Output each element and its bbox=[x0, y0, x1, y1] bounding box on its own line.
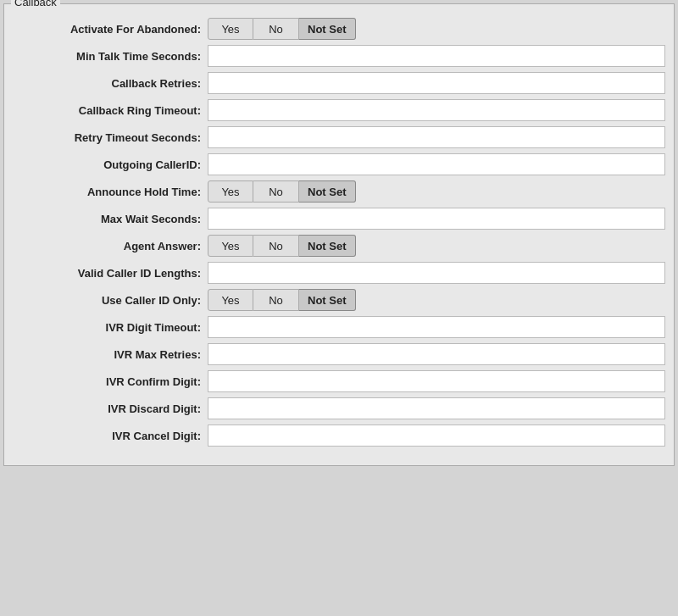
input-ivr-discard-digit[interactable] bbox=[208, 397, 665, 419]
row-activate-for-abandoned: Activate For Abandoned:YesNoNot Set bbox=[13, 18, 665, 40]
toggle-btn-announce-hold-time-yes[interactable]: Yes bbox=[208, 180, 253, 203]
input-outgoing-callerid[interactable] bbox=[208, 153, 665, 175]
input-callback-retries[interactable] bbox=[208, 72, 665, 94]
row-announce-hold-time: Announce Hold Time:YesNoNot Set bbox=[13, 180, 665, 203]
label-ivr-max-retries: IVR Max Retries: bbox=[13, 348, 208, 361]
input-valid-caller-id-lengths[interactable] bbox=[208, 262, 665, 284]
label-ivr-digit-timeout: IVR Digit Timeout: bbox=[13, 321, 208, 334]
label-activate-for-abandoned: Activate For Abandoned: bbox=[13, 23, 208, 36]
toggle-btn-announce-hold-time-not-set[interactable]: Not Set bbox=[299, 180, 356, 203]
row-min-talk-time-seconds: Min Talk Time Seconds: bbox=[13, 45, 665, 67]
label-ivr-cancel-digit: IVR Cancel Digit: bbox=[13, 430, 208, 442]
input-min-talk-time-seconds[interactable] bbox=[208, 45, 665, 67]
input-ivr-cancel-digit[interactable] bbox=[208, 425, 665, 447]
callback-panel: Callback Activate For Abandoned:YesNoNot… bbox=[3, 3, 675, 466]
row-ivr-confirm-digit: IVR Confirm Digit: bbox=[13, 370, 665, 392]
row-use-caller-id-only: Use Caller ID Only:YesNoNot Set bbox=[13, 289, 665, 311]
toggle-btn-activate-for-abandoned-no[interactable]: No bbox=[253, 18, 299, 40]
label-min-talk-time-seconds: Min Talk Time Seconds: bbox=[13, 50, 208, 63]
row-retry-timeout-seconds: Retry Timeout Seconds: bbox=[13, 126, 665, 148]
row-agent-answer: Agent Answer:YesNoNot Set bbox=[13, 235, 665, 257]
toggle-btn-agent-answer-not-set[interactable]: Not Set bbox=[299, 235, 356, 257]
label-outgoing-callerid: Outgoing CallerID: bbox=[13, 158, 208, 171]
row-valid-caller-id-lengths: Valid Caller ID Lengths: bbox=[13, 262, 665, 284]
label-agent-answer: Agent Answer: bbox=[13, 240, 208, 253]
input-ivr-digit-timeout[interactable] bbox=[208, 316, 665, 338]
toggle-agent-answer: YesNoNot Set bbox=[208, 235, 356, 257]
label-callback-ring-timeout: Callback Ring Timeout: bbox=[13, 104, 208, 117]
toggle-btn-activate-for-abandoned-yes[interactable]: Yes bbox=[208, 18, 253, 40]
label-callback-retries: Callback Retries: bbox=[13, 77, 208, 90]
label-use-caller-id-only: Use Caller ID Only: bbox=[13, 294, 208, 307]
label-retry-timeout-seconds: Retry Timeout Seconds: bbox=[13, 131, 208, 144]
toggle-btn-activate-for-abandoned-not-set[interactable]: Not Set bbox=[299, 18, 356, 40]
row-callback-retries: Callback Retries: bbox=[13, 72, 665, 94]
toggle-btn-use-caller-id-only-not-set[interactable]: Not Set bbox=[299, 289, 356, 311]
row-ivr-digit-timeout: IVR Digit Timeout: bbox=[13, 316, 665, 338]
label-ivr-confirm-digit: IVR Confirm Digit: bbox=[13, 375, 208, 388]
label-max-wait-seconds: Max Wait Seconds: bbox=[13, 213, 208, 225]
row-outgoing-callerid: Outgoing CallerID: bbox=[13, 153, 665, 175]
toggle-announce-hold-time: YesNoNot Set bbox=[208, 180, 356, 203]
input-ivr-confirm-digit[interactable] bbox=[208, 370, 665, 392]
label-ivr-discard-digit: IVR Discard Digit: bbox=[13, 402, 208, 415]
toggle-btn-use-caller-id-only-yes[interactable]: Yes bbox=[208, 289, 253, 311]
row-max-wait-seconds: Max Wait Seconds: bbox=[13, 208, 665, 230]
toggle-activate-for-abandoned: YesNoNot Set bbox=[208, 18, 356, 40]
input-callback-ring-timeout[interactable] bbox=[208, 99, 665, 121]
input-retry-timeout-seconds[interactable] bbox=[208, 126, 665, 148]
row-ivr-max-retries: IVR Max Retries: bbox=[13, 343, 665, 365]
input-ivr-max-retries[interactable] bbox=[208, 343, 665, 365]
row-ivr-cancel-digit: IVR Cancel Digit: bbox=[13, 425, 665, 447]
toggle-btn-agent-answer-no[interactable]: No bbox=[253, 235, 299, 257]
label-valid-caller-id-lengths: Valid Caller ID Lengths: bbox=[13, 267, 208, 280]
panel-title: Callback bbox=[11, 0, 60, 8]
row-callback-ring-timeout: Callback Ring Timeout: bbox=[13, 99, 665, 121]
toggle-btn-agent-answer-yes[interactable]: Yes bbox=[208, 235, 253, 257]
toggle-use-caller-id-only: YesNoNot Set bbox=[208, 289, 356, 311]
label-announce-hold-time: Announce Hold Time: bbox=[13, 186, 208, 198]
row-ivr-discard-digit: IVR Discard Digit: bbox=[13, 397, 665, 419]
toggle-btn-use-caller-id-only-no[interactable]: No bbox=[253, 289, 299, 311]
toggle-btn-announce-hold-time-no[interactable]: No bbox=[253, 180, 299, 203]
input-max-wait-seconds[interactable] bbox=[208, 208, 665, 230]
